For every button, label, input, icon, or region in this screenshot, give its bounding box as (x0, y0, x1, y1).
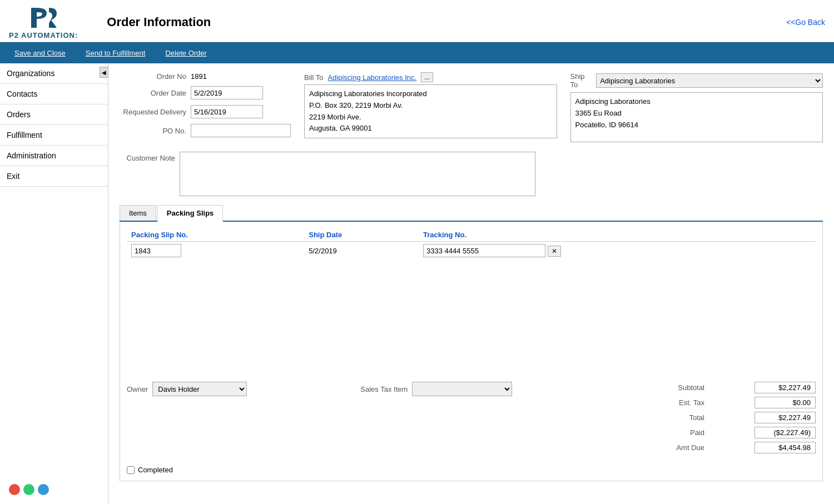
bill-to-label: Bill To (304, 73, 323, 82)
circle-red (9, 484, 20, 495)
packing-slips-table: Packing Slip No. Ship Date Tracking No. … (127, 228, 816, 260)
tabs-container: Items Packing Slips Packing Slip No. Shi… (120, 205, 823, 481)
sidebar-item-fulfillment[interactable]: Fulfillment (0, 125, 108, 146)
completed-label: Completed (138, 466, 173, 474)
ship-to-label: Ship To (570, 72, 592, 89)
bill-to-line-2: P.O. Box 320, 2219 Morbi Av. (309, 100, 552, 112)
paid-value: ($2,227.49) (754, 427, 816, 438)
order-date-label: Order Date (120, 89, 186, 97)
customer-note-section: Customer Note (120, 152, 823, 196)
order-no-row: Order No 1891 (120, 72, 291, 81)
subtotal-value: $2,227.49 (754, 382, 816, 393)
toolbar: Save and Close Send to Fulfillment Delet… (0, 42, 834, 63)
sidebar: ◀ OrganizationsContactsOrdersFulfillment… (0, 63, 108, 504)
sidebar-item-contacts[interactable]: Contacts (0, 84, 108, 104)
requested-delivery-row: Requested Delivery (120, 105, 291, 118)
ship-to-header: Ship To Adipiscing Laboratories (570, 72, 823, 89)
p2-logo-icon (27, 4, 60, 31)
est-tax-label: Est. Tax (660, 398, 704, 407)
ps-delete-button[interactable]: ✕ (548, 246, 561, 257)
requested-delivery-input[interactable] (191, 105, 263, 118)
bill-to-line-4: Augusta, GA 99001 (309, 123, 552, 134)
ship-to-line-1: Adipiscing Laboratories (575, 96, 818, 108)
main-content: Order No 1891 Order Date Requested Deliv… (108, 63, 834, 504)
sidebar-item-administration[interactable]: Administration (0, 146, 108, 166)
ps-ship-date-cell: 5/2/2019 (304, 242, 419, 260)
tab-items[interactable]: Items (120, 205, 156, 221)
total-label: Total (660, 413, 704, 422)
delete-order-button[interactable]: Delete Order (155, 42, 216, 63)
tab-packing-slips[interactable]: Packing Slips (157, 205, 224, 222)
sidebar-item-exit[interactable]: Exit (0, 166, 108, 187)
ps-slip-no-input[interactable] (131, 244, 181, 257)
sales-tax-section: Sales Tax Item (360, 382, 512, 396)
logo-text: P2 AUTOMATION: (9, 31, 78, 39)
circle-blue (38, 484, 49, 495)
ps-col-tracking-no: Tracking No. (419, 228, 816, 242)
est-tax-value: $0.00 (754, 397, 816, 408)
go-back-link[interactable]: <<Go Back (786, 18, 825, 27)
circles (9, 484, 49, 495)
po-no-input[interactable] (191, 124, 291, 137)
tab-bottom-area: Owner Davis Holder Sales Tax Item (127, 382, 816, 457)
sidebar-item-orders[interactable]: Orders (0, 104, 108, 125)
completed-section: Completed (127, 466, 816, 474)
ship-to-line-3: Pocatello, ID 96614 (575, 119, 818, 131)
save-close-button[interactable]: Save and Close (4, 42, 76, 63)
bill-to-link[interactable]: Adipiscing Laboratories Inc. (327, 73, 416, 82)
ship-to-select[interactable]: Adipiscing Laboratories (596, 73, 823, 88)
subtotal-label: Subtotal (660, 383, 704, 392)
ship-to-address: Adipiscing Laboratories 3365 Eu Road Poc… (570, 92, 823, 142)
circle-green (23, 484, 34, 495)
bill-to-line-1: Adipiscing Laboratories Incorporated (309, 88, 552, 100)
customer-note-label: Customer Note (120, 152, 175, 162)
ps-tracking-input[interactable] (423, 244, 545, 257)
paid-label: Paid (660, 428, 704, 437)
sidebar-item-organizations[interactable]: Organizations (0, 63, 108, 84)
paid-row: Paid ($2,227.49) (660, 427, 816, 438)
header: P2 AUTOMATION: Order Information <<Go Ba… (0, 0, 834, 42)
bill-to-address: Adipiscing Laboratories Incorporated P.O… (304, 84, 557, 138)
amt-due-value: $4,454.98 (754, 442, 816, 453)
order-no-value: 1891 (191, 72, 207, 81)
subtotal-row: Subtotal $2,227.49 (660, 382, 816, 393)
order-date-row: Order Date (120, 86, 291, 99)
order-date-input[interactable] (191, 86, 263, 99)
order-fields: Order No 1891 Order Date Requested Deliv… (120, 72, 291, 143)
total-row: Total $2,227.49 (660, 412, 816, 423)
ps-col-ship-date: Ship Date (304, 228, 419, 242)
requested-delivery-label: Requested Delivery (120, 108, 186, 116)
ship-to-line-2: 3365 Eu Road (575, 108, 818, 119)
bill-to-block: Bill To Adipiscing Laboratories Inc. ...… (304, 72, 557, 138)
est-tax-row: Est. Tax $0.00 (660, 397, 816, 408)
header-left: P2 AUTOMATION: Order Information (9, 4, 211, 39)
owner-section: Owner Davis Holder (127, 382, 247, 396)
layout: ◀ OrganizationsContactsOrdersFulfillment… (0, 63, 834, 504)
po-no-label: PO No. (120, 127, 186, 135)
send-fulfillment-button[interactable]: Send to Fulfillment (76, 42, 156, 63)
completed-checkbox[interactable] (127, 466, 135, 474)
ps-table-header-row: Packing Slip No. Ship Date Tracking No. (127, 228, 816, 242)
ship-to-block: Ship To Adipiscing Laboratories Adipisci… (570, 72, 823, 142)
bill-to-browse-button[interactable]: ... (421, 72, 433, 82)
bill-to-line-3: 2219 Morbi Ave. (309, 112, 552, 123)
order-no-label: Order No (120, 72, 186, 81)
page-title: Order Information (107, 15, 211, 29)
sidebar-collapse-button[interactable]: ◀ (100, 67, 108, 78)
owner-label: Owner (127, 385, 148, 393)
tab-bar: Items Packing Slips (120, 205, 823, 222)
bottom-left-section: Owner Davis Holder (127, 382, 247, 396)
amt-due-row: Amt Due $4,454.98 (660, 442, 816, 453)
ps-slip-no-cell (127, 242, 304, 260)
sales-tax-select[interactable] (412, 382, 512, 396)
sales-tax-label: Sales Tax Item (360, 385, 408, 393)
owner-select[interactable]: Davis Holder (152, 382, 247, 396)
tab-packing-slips-content: Packing Slip No. Ship Date Tracking No. … (120, 222, 823, 481)
ps-col-slip-no: Packing Slip No. (127, 228, 304, 242)
logo: P2 AUTOMATION: (9, 4, 78, 39)
bill-to-header: Bill To Adipiscing Laboratories Inc. ... (304, 72, 557, 82)
customer-note-textarea[interactable] (180, 152, 535, 196)
table-row: 5/2/2019 ✕ (127, 242, 816, 260)
totals-section: Subtotal $2,227.49 Est. Tax $0.00 Total … (660, 382, 816, 457)
po-no-row: PO No. (120, 124, 291, 137)
